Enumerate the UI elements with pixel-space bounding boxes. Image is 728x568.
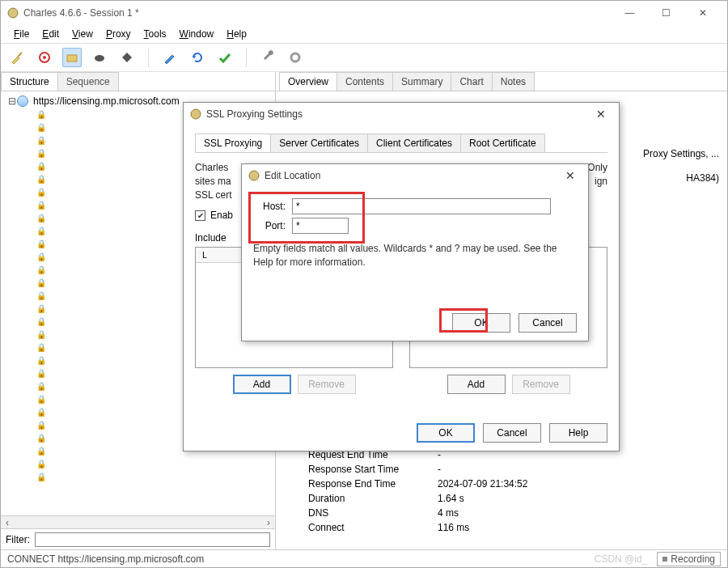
overview-kv-row: DNS4 ms [308, 506, 632, 520]
exclude-remove-button[interactable]: Remove [512, 375, 570, 394]
lock-icon: 🔒 [36, 447, 46, 456]
svg-point-3 [43, 56, 46, 59]
lock-icon: 🔒 [36, 110, 46, 119]
check-icon[interactable] [215, 48, 235, 67]
status-bar: CONNECT https://licensing.mp.microsoft.c… [1, 549, 727, 567]
status-text: CONNECT https://licensing.mp.microsoft.c… [7, 553, 204, 565]
window-minimize-button[interactable]: — [612, 1, 648, 25]
lock-icon: 🔒 [36, 304, 46, 313]
tab-overview[interactable]: Overview [279, 72, 337, 91]
tab-structure[interactable]: Structure [1, 72, 58, 91]
window-maximize-button[interactable]: ☐ [648, 1, 684, 25]
svg-point-10 [191, 109, 201, 119]
ssl-ok-button[interactable]: OK [417, 423, 475, 443]
horizontal-scrollbar[interactable]: ‹› [1, 515, 275, 528]
menu-file[interactable]: File [9, 27, 34, 41]
tab-server-certs[interactable]: Server Certificates [270, 134, 368, 152]
lock-icon: 🔒 [36, 291, 46, 300]
tab-root-cert[interactable]: Root Certificate [460, 134, 545, 152]
breakpoint-icon[interactable] [117, 48, 137, 67]
host-input[interactable] [292, 198, 551, 214]
port-input[interactable] [292, 218, 349, 234]
lock-icon: 🔒 [36, 227, 46, 235]
svg-point-5 [95, 55, 104, 61]
lock-icon: 🔒 [36, 460, 46, 468]
lock-icon: 🔒 [36, 408, 46, 417]
tree-root-label: https://licensing.mp.microsoft.com [32, 95, 181, 107]
svg-marker-6 [122, 53, 132, 62]
broom-icon[interactable] [7, 48, 27, 67]
watermark-text: CSDN @id_ [595, 553, 648, 565]
overview-kv-row: Connect116 ms [308, 520, 632, 535]
lock-icon: 🔒 [36, 317, 46, 326]
exclude-add-button[interactable]: Add [447, 375, 506, 394]
app-icon [7, 7, 19, 19]
toolbar [1, 43, 727, 72]
overview-kv-list: Request End Time-Response Start Time-Res… [308, 447, 632, 535]
tree-item[interactable]: 🔒 [7, 457, 275, 470]
menu-tools[interactable]: Tools [139, 27, 171, 41]
lock-icon: 🔒 [36, 434, 46, 443]
recording-indicator: Recording [657, 552, 721, 566]
menu-edit[interactable]: Edit [37, 27, 64, 41]
tab-chart[interactable]: Chart [451, 72, 492, 91]
record-icon[interactable] [35, 48, 54, 67]
menu-proxy[interactable]: Proxy [101, 27, 136, 41]
menu-bar: File Edit View Proxy Tools Window Help [1, 25, 727, 43]
wrench-icon[interactable] [258, 48, 277, 67]
lock-icon: 🔒 [36, 382, 46, 391]
tab-ssl-proxying[interactable]: SSL Proxying [195, 134, 271, 152]
lock-icon: 🔒 [36, 369, 46, 378]
app-icon [190, 108, 201, 120]
host-label: Host: [253, 201, 286, 212]
tab-notes[interactable]: Notes [492, 72, 535, 91]
svg-point-9 [294, 56, 297, 59]
tab-summary[interactable]: Summary [392, 72, 451, 91]
edit-cancel-button[interactable]: Cancel [518, 313, 577, 333]
window-close-button[interactable]: ✕ [684, 1, 721, 25]
lock-icon: 🔒 [36, 188, 46, 197]
lock-icon: 🔒 [36, 123, 46, 132]
window-titlebar: Charles 4.6.6 - Session 1 * — ☐ ✕ [1, 1, 727, 25]
lock-icon: 🔒 [36, 356, 46, 365]
include-remove-button[interactable]: Remove [298, 375, 356, 394]
menu-view[interactable]: View [67, 27, 98, 41]
lock-icon: 🔒 [36, 239, 46, 248]
port-label: Port: [253, 220, 286, 231]
turtle-icon[interactable] [90, 48, 109, 67]
lock-icon: 🔒 [36, 252, 46, 261]
ssl-dialog-title: SSL Proxying Settings [206, 108, 590, 120]
ssl-cancel-button[interactable]: Cancel [483, 423, 541, 443]
throttle-icon[interactable] [62, 48, 82, 67]
refresh-icon[interactable] [188, 48, 207, 67]
lock-icon: 🔒 [36, 162, 46, 171]
svg-rect-4 [67, 55, 77, 61]
ssl-dialog-close-button[interactable]: ✕ [590, 108, 612, 121]
svg-line-1 [18, 53, 22, 57]
tree-item[interactable]: 🔒 [7, 470, 275, 483]
edit-ok-button[interactable]: OK [452, 313, 510, 333]
enable-ssl-proxying-label: Enab [210, 210, 233, 221]
lock-icon: 🔒 [36, 330, 46, 339]
tab-contents[interactable]: Contents [336, 72, 393, 91]
edit-location-dialog: Edit Location ✕ Host: Port: Empty fields… [241, 163, 589, 341]
filter-input[interactable] [35, 532, 270, 547]
menu-help[interactable]: Help [222, 27, 252, 41]
overview-kv-row: Duration1.64 s [308, 491, 632, 506]
lock-icon: 🔒 [36, 201, 46, 210]
menu-window[interactable]: Window [175, 27, 219, 41]
gear-icon[interactable] [286, 48, 305, 67]
svg-point-0 [8, 8, 18, 18]
lock-icon: 🔒 [36, 473, 46, 481]
edit-dialog-title: Edit Location [265, 170, 559, 181]
include-add-button[interactable]: Add [233, 375, 291, 394]
app-icon [248, 170, 260, 181]
tab-sequence[interactable]: Sequence [57, 72, 119, 91]
ssl-help-button[interactable]: Help [549, 423, 607, 443]
tab-client-certs[interactable]: Client Certificates [367, 134, 461, 152]
edit-dialog-close-button[interactable]: ✕ [559, 169, 582, 182]
lock-icon: 🔒 [36, 265, 46, 274]
enable-ssl-proxying-checkbox[interactable]: ✔ [195, 210, 205, 221]
pencil-icon[interactable] [160, 48, 180, 67]
overview-kv-row: Response End Time2024-07-09 21:34:52 [308, 477, 632, 491]
